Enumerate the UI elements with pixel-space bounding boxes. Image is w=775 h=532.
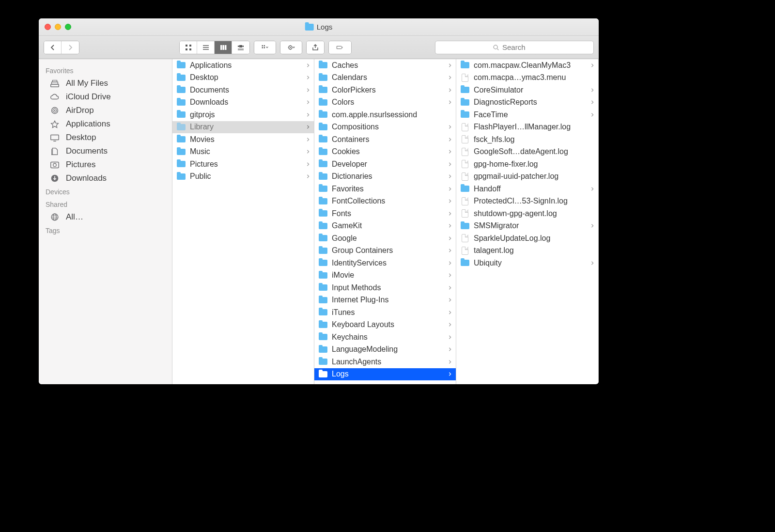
sidebar-item[interactable]: Pictures xyxy=(39,158,172,172)
folder-row[interactable]: Calendars xyxy=(314,72,456,84)
chevron-right-icon xyxy=(448,197,453,205)
folder-row[interactable]: Downloads xyxy=(172,96,314,109)
minimize-window-button[interactable] xyxy=(55,24,61,30)
coverflow-view-button[interactable] xyxy=(232,41,249,54)
folder-row[interactable]: Desktop xyxy=(172,72,314,84)
column-2[interactable]: CachesCalendarsColorPickersColorscom.app… xyxy=(314,59,456,384)
folder-row[interactable]: Fonts xyxy=(314,207,456,220)
folder-row[interactable]: Input Methods xyxy=(314,282,456,294)
file-row[interactable]: talagent.log xyxy=(456,245,598,257)
folder-row[interactable]: Ubiquity xyxy=(456,257,598,269)
file-row[interactable]: shutdown-gpg-agent.log xyxy=(456,207,598,220)
folder-row[interactable]: Group Containers xyxy=(314,245,456,257)
chevron-right-icon xyxy=(448,308,453,317)
file-row[interactable]: fsck_hfs.log xyxy=(456,133,598,146)
svg-rect-11 xyxy=(264,45,265,46)
folder-row[interactable]: Developer xyxy=(314,158,456,171)
folder-row[interactable]: com.apple.nsurlsessiond xyxy=(314,109,456,121)
file-icon xyxy=(460,210,470,218)
search-field[interactable] xyxy=(435,41,594,54)
file-row[interactable]: FlashPlayerI…llManager.log xyxy=(456,121,598,134)
folder-row[interactable]: Keychains xyxy=(314,331,456,344)
file-row[interactable]: ProtectedCl…53-SignIn.log xyxy=(456,195,598,208)
folder-row[interactable]: ColorPickers xyxy=(314,84,456,96)
row-label: FlashPlayerI…llManager.log xyxy=(474,123,587,131)
folder-row[interactable]: Handoff xyxy=(456,183,598,195)
column-view-button[interactable] xyxy=(215,41,232,54)
file-row[interactable]: SparkleUpdateLog.log xyxy=(456,232,598,245)
close-window-button[interactable] xyxy=(45,24,51,30)
folder-row[interactable]: LaunchAgents xyxy=(314,356,456,368)
folder-row[interactable]: Applications xyxy=(172,59,314,72)
sidebar-item[interactable]: Downloads xyxy=(39,172,172,185)
folder-row[interactable]: Public xyxy=(172,171,314,183)
arrange-button[interactable] xyxy=(254,41,276,54)
chevron-right-icon xyxy=(306,135,311,144)
folder-row[interactable]: Compositions xyxy=(314,121,456,134)
arrange-button-group xyxy=(254,41,276,54)
folder-row[interactable]: Movies xyxy=(172,133,314,146)
forward-button[interactable] xyxy=(62,41,79,54)
tags-button[interactable] xyxy=(329,41,351,54)
folder-row[interactable]: LanguageModeling xyxy=(314,344,456,356)
folder-row[interactable]: Containers xyxy=(314,133,456,146)
folder-row[interactable]: CoreSimulator xyxy=(456,84,598,96)
folder-row[interactable]: iTunes xyxy=(314,306,456,319)
sidebar-item[interactable]: Applications xyxy=(39,117,172,131)
folder-row[interactable]: gitprojs xyxy=(172,109,314,121)
folder-row[interactable]: DiagnosticReports xyxy=(456,96,598,109)
folder-row[interactable]: Logs xyxy=(314,368,456,381)
chevron-right-icon xyxy=(590,110,595,119)
folder-row[interactable]: Internet Plug-Ins xyxy=(314,294,456,307)
file-row[interactable]: gpg-home-fixer.log xyxy=(456,158,598,171)
column-3[interactable]: com.macpaw.CleanMyMac3com.macpa…ymac3.me… xyxy=(456,59,599,384)
sidebar-item[interactable]: All My Files xyxy=(39,77,172,90)
search-input[interactable] xyxy=(502,43,536,51)
chevron-right-icon xyxy=(306,61,311,70)
nav-buttons xyxy=(44,41,79,54)
folder-row[interactable]: SMSMigrator xyxy=(456,220,598,233)
folder-row[interactable]: Colors xyxy=(314,96,456,109)
zoom-window-button[interactable] xyxy=(65,24,71,30)
folder-row[interactable]: Favorites xyxy=(314,183,456,195)
folder-row[interactable]: Caches xyxy=(314,59,456,72)
folder-icon xyxy=(318,86,328,94)
file-icon xyxy=(460,235,470,242)
chevron-right-icon xyxy=(448,135,453,144)
share-button[interactable] xyxy=(307,41,324,54)
folder-row[interactable]: Documents xyxy=(172,84,314,96)
folder-row[interactable]: Dictionaries xyxy=(314,171,456,183)
folder-row[interactable]: FaceTime xyxy=(456,109,598,121)
folder-row[interactable]: Cookies xyxy=(314,146,456,158)
back-button[interactable] xyxy=(44,41,62,54)
folder-icon xyxy=(176,136,186,143)
folder-row[interactable]: IdentityServices xyxy=(314,257,456,269)
file-row[interactable]: gpgmail-uuid-patcher.log xyxy=(456,171,598,183)
list-view-button[interactable] xyxy=(197,41,215,54)
applications-icon xyxy=(49,119,60,129)
folder-row[interactable]: Keyboard Layouts xyxy=(314,319,456,331)
svg-point-15 xyxy=(290,47,291,47)
file-row[interactable]: GoogleSoft…dateAgent.log xyxy=(456,146,598,158)
folder-row[interactable]: GameKit xyxy=(314,220,456,233)
file-icon xyxy=(460,160,470,168)
folder-row[interactable]: FontCollections xyxy=(314,195,456,208)
sidebar-item[interactable]: iCloud Drive xyxy=(39,90,172,104)
sidebar-item[interactable]: Documents xyxy=(39,144,172,158)
action-button[interactable] xyxy=(280,41,302,54)
column-1[interactable]: ApplicationsDesktopDocumentsDownloadsgit… xyxy=(172,59,314,384)
svg-rect-8 xyxy=(238,46,239,47)
folder-row[interactable]: Pictures xyxy=(172,158,314,171)
sidebar-item[interactable]: All… xyxy=(39,210,172,224)
folder-icon xyxy=(318,235,328,242)
icon-view-button[interactable] xyxy=(180,41,197,54)
folder-row[interactable]: Music xyxy=(172,146,314,158)
sidebar-item[interactable]: AirDrop xyxy=(39,104,172,117)
file-row[interactable]: com.macpa…ymac3.menu xyxy=(456,72,598,84)
folder-row[interactable]: iMovie xyxy=(314,269,456,282)
folder-row[interactable]: Google xyxy=(314,232,456,245)
svg-rect-24 xyxy=(51,135,59,140)
sidebar-item[interactable]: Desktop xyxy=(39,131,172,144)
folder-row[interactable]: Library xyxy=(172,121,314,134)
folder-row[interactable]: com.macpaw.CleanMyMac3 xyxy=(456,59,598,72)
